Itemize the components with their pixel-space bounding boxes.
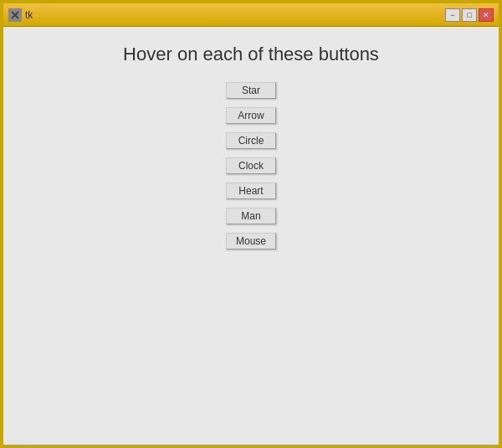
hover-button-clock[interactable]: Clock	[226, 157, 276, 174]
buttons-container: StarArrowCircleClockHeartManMouse	[226, 82, 276, 250]
hover-button-arrow[interactable]: Arrow	[226, 107, 276, 124]
hover-button-mouse[interactable]: Mouse	[226, 233, 276, 250]
hover-button-circle[interactable]: Circle	[226, 132, 276, 149]
window-frame: tk − □ ✕ Hover on each of these buttons …	[0, 0, 502, 448]
page-heading: Hover on each of these buttons	[123, 44, 379, 65]
title-bar: tk − □ ✕	[3, 3, 499, 27]
window-title: tk	[25, 9, 33, 21]
hover-button-heart[interactable]: Heart	[226, 183, 276, 199]
hover-button-man[interactable]: Man	[226, 208, 276, 224]
app-icon	[8, 8, 22, 22]
hover-button-star[interactable]: Star	[226, 82, 276, 99]
minimize-button[interactable]: −	[445, 8, 460, 22]
title-bar-controls: − □ ✕	[445, 8, 494, 22]
title-bar-left: tk	[8, 8, 33, 22]
close-button[interactable]: ✕	[479, 8, 494, 22]
maximize-button[interactable]: □	[462, 8, 477, 22]
window-content: Hover on each of these buttons StarArrow…	[3, 27, 499, 445]
